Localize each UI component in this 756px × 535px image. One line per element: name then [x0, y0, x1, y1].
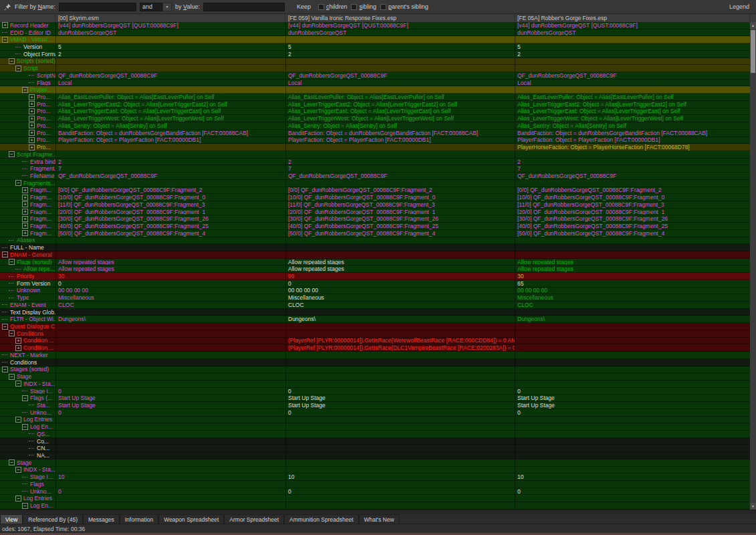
value-cell[interactable] — [285, 452, 515, 459]
value-cell[interactable] — [285, 373, 515, 380]
expand-icon[interactable]: + — [15, 345, 21, 351]
tree-row[interactable]: Stage I...101010 — [0, 473, 750, 481]
collapse-icon[interactable]: − — [9, 151, 15, 157]
value-cell[interactable] — [515, 309, 750, 316]
tree-row[interactable]: −Flags (...Start Up StageStart Up StageS… — [0, 395, 750, 402]
tree-row-label-cell[interactable]: −Log En... — [0, 502, 55, 509]
tree-row-label-cell[interactable]: Aliases — [0, 237, 55, 244]
value-cell[interactable]: Local — [285, 80, 515, 86]
tree-row-label-cell[interactable]: NA... — [0, 452, 55, 459]
value-cell[interactable]: [0/0] QF_dunRobbersGorgeQST_00088C9F:Fra… — [55, 187, 285, 194]
value-cell[interactable] — [285, 459, 515, 466]
tree-row[interactable]: +Fragm...[11/0] QF_dunRobbersGorgeQST_00… — [0, 201, 750, 209]
tree-row-label-cell[interactable]: +Condition ... — [0, 344, 55, 351]
tree-row[interactable]: Allow repe...Allow repeated stagesAllow … — [0, 265, 750, 273]
tree-row[interactable]: −Log En... — [0, 502, 750, 510]
value-cell[interactable]: BanditFaction: Object = dunRobbersGorgeB… — [55, 130, 285, 136]
value-cell[interactable]: QF_dunRobbersGorgeQST_00088C9F — [285, 173, 515, 179]
filter-name-input[interactable] — [59, 3, 136, 11]
tree-row[interactable]: −Stages (sorted) — [0, 366, 750, 374]
tree-row[interactable]: −Script Fragme... — [0, 151, 750, 158]
value-cell[interactable]: 7 — [285, 165, 515, 172]
value-cell[interactable] — [285, 431, 515, 437]
value-cell[interactable]: [30/0] QF_dunRobbersGorgeQST_00088C9F:Fr… — [285, 215, 515, 222]
tree-row[interactable]: FULL - Name — [0, 244, 750, 251]
tree-row-label-cell[interactable]: Unkno... — [0, 409, 55, 416]
tree-row-label-cell[interactable]: +Condition ... — [0, 338, 55, 344]
value-cell[interactable]: Allow repeated stages — [285, 265, 515, 272]
tree-row[interactable]: EDID - Editor IDdunRobbersGorgeQSTdunRob… — [0, 29, 750, 37]
checkbox-icon[interactable] — [380, 4, 386, 10]
tree-row[interactable]: TypeMiscellaneousMiscellaneousMiscellane… — [0, 294, 750, 302]
value-cell[interactable] — [515, 180, 750, 187]
tree-row[interactable]: Conditions — [0, 359, 750, 366]
value-cell[interactable]: Alias_LeverTriggerWest: Object = Alias[L… — [55, 115, 285, 122]
value-cell[interactable]: [40/0] QF_dunRobbersGorgeQST_00088C9F:Fr… — [55, 223, 285, 229]
tree-row-label-cell[interactable]: −Fragments... — [0, 180, 55, 187]
value-cell[interactable]: PlayerFaction: Object = PlayerFaction [F… — [285, 137, 515, 144]
value-cell[interactable] — [55, 459, 285, 466]
value-cell[interactable]: [v44] dunRobbersGorgeQST [QUST:00088C9F] — [55, 22, 285, 29]
value-cell[interactable] — [55, 359, 285, 366]
value-cell[interactable]: dunRobbersGorgeQST — [515, 29, 750, 36]
tree-row[interactable]: −Quest Dialogue C... — [0, 323, 750, 330]
value-cell[interactable]: BanditFaction: Object = dunRobbersGorgeB… — [285, 130, 515, 136]
tree-row[interactable]: Fragment...777 — [0, 165, 750, 173]
plugin-column-header[interactable]: [FE 05A] Robber's Gorge Fixes.esp — [515, 14, 750, 22]
tree-row[interactable]: Co... — [0, 438, 750, 445]
value-cell[interactable] — [285, 467, 515, 473]
vertical-scrollbar[interactable]: ▲ ▼ — [750, 22, 756, 510]
tree-row[interactable]: +Pro...Alias_EastLeverPuller: Object = A… — [0, 94, 750, 101]
value-cell[interactable] — [55, 330, 285, 337]
collapse-icon[interactable]: − — [15, 381, 21, 387]
tree-row-label-cell[interactable]: Stage I... — [0, 388, 55, 395]
value-cell[interactable] — [285, 438, 515, 445]
value-cell[interactable] — [515, 86, 750, 93]
value-cell[interactable] — [515, 323, 750, 330]
expand-icon[interactable]: + — [22, 209, 28, 215]
value-cell[interactable] — [55, 344, 285, 351]
value-cell[interactable]: 2 — [55, 158, 285, 165]
value-cell[interactable] — [515, 445, 750, 451]
tab-weapon-spreadsheet[interactable]: Weapon Spreadsheet — [158, 514, 224, 524]
tree-row[interactable]: +Pro...BanditFaction: Object = dunRobber… — [0, 130, 750, 137]
value-cell[interactable] — [55, 423, 285, 430]
keep-checkbox-parent-s-sibling[interactable]: parent's sibling — [380, 3, 428, 10]
tree-row-label-cell[interactable]: +Pro... — [0, 144, 55, 150]
value-cell[interactable]: Alias_EastLeverPuller: Object = Alias[Ea… — [515, 94, 750, 100]
value-cell[interactable]: 2 — [55, 51, 285, 58]
tree-row[interactable]: −Stage — [0, 373, 750, 381]
value-cell[interactable]: 00 00 00 00 — [55, 288, 285, 294]
tree-row[interactable]: −Flags (sorted)Allow repeated stagesAllo… — [0, 259, 750, 266]
tree-row[interactable]: +Pro...PlayerFaction: Object = PlayerFac… — [0, 137, 750, 144]
tree-row[interactable]: −Log Entries — [0, 495, 750, 502]
value-cell[interactable]: CLOC — [515, 302, 750, 308]
tree-row-label-cell[interactable]: Allow repe... — [0, 265, 55, 272]
value-cell[interactable] — [515, 481, 750, 488]
tree-row-label-cell[interactable]: Flags — [0, 80, 55, 86]
tree-row-label-cell[interactable]: Sta... — [0, 402, 55, 409]
expand-icon[interactable]: + — [22, 223, 28, 229]
value-cell[interactable] — [285, 417, 515, 423]
value-cell[interactable] — [55, 65, 285, 72]
tree-row-label-cell[interactable]: +Fragm... — [0, 230, 55, 237]
legend-button[interactable]: Legend — [729, 3, 752, 10]
tree-row[interactable]: −DNAM - General — [0, 251, 750, 259]
value-cell[interactable]: (PlayerRef [PLYR:00000014]).GetIsRace(DL… — [285, 344, 515, 351]
tree-row[interactable]: +Fragm...[30/0] QF_dunRobbersGorgeQST_00… — [0, 215, 750, 223]
value-cell[interactable]: Start Up Stage — [515, 395, 750, 401]
expand-icon[interactable]: + — [29, 108, 35, 114]
value-cell[interactable]: [v44] dunRobbersGorgeQST [QUST:00088C9F] — [285, 22, 515, 29]
tree-row-label-cell[interactable]: −Flags (... — [0, 395, 55, 401]
value-cell[interactable] — [515, 373, 750, 380]
value-cell[interactable]: 2 — [515, 51, 750, 58]
value-cell[interactable] — [55, 180, 285, 187]
label-column-header[interactable] — [0, 14, 55, 22]
tree-row[interactable]: CN... — [0, 445, 750, 452]
value-cell[interactable]: 0 — [55, 409, 285, 416]
tab-information[interactable]: Information — [120, 514, 159, 524]
tree-row[interactable]: Object Format222 — [0, 51, 750, 58]
value-cell[interactable] — [55, 237, 285, 244]
value-cell[interactable] — [515, 495, 750, 502]
value-cell[interactable] — [515, 338, 750, 344]
